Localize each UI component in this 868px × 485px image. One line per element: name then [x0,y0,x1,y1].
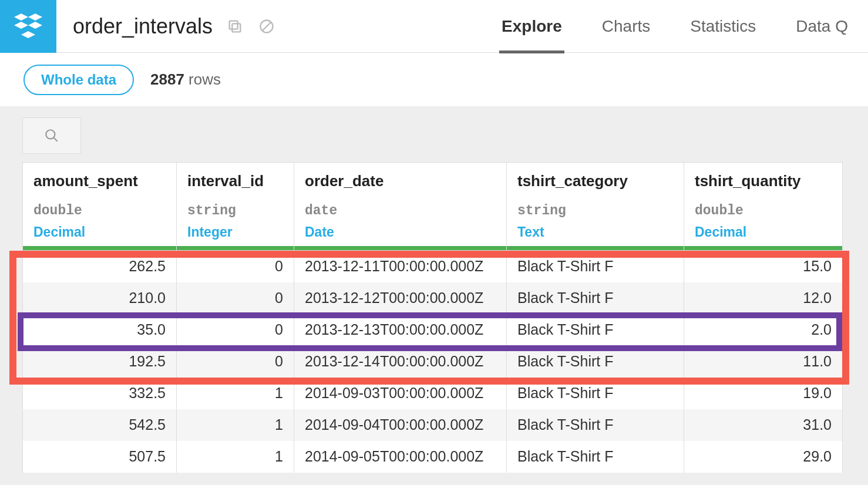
col-name: interval_id [187,172,283,190]
cell[interactable]: 507.5 [23,441,177,473]
svg-line-10 [53,137,58,142]
svg-rect-6 [230,21,238,29]
col-header-interval-id[interactable]: interval_id string Integer [177,163,294,251]
cell[interactable]: Black T-Shirt F [507,378,684,409]
tab-charts[interactable]: Charts [582,0,670,53]
svg-line-8 [263,22,271,31]
table-row[interactable]: 35.002013-12-13T00:00:00.000ZBlack T-Shi… [23,314,843,346]
svg-point-9 [46,130,55,139]
tab-data-quality[interactable]: Data Q [776,0,868,53]
validity-bar [294,246,506,250]
cube-icon [14,14,42,39]
cell[interactable]: 192.5 [23,346,177,378]
col-semantic[interactable]: Decimal [33,224,166,240]
cell[interactable]: 2013-12-14T00:00:00.000Z [294,346,507,378]
cell[interactable]: 210.0 [23,282,177,314]
cell[interactable]: Black T-Shirt F [507,409,684,441]
col-header-amount-spent[interactable]: amount_spent double Decimal [23,163,177,251]
cell[interactable]: 0 [177,282,294,314]
title-block: order_intervals [56,14,482,39]
cell[interactable]: 2014-09-04T00:00:00.000Z [294,409,507,441]
cell[interactable]: Black T-Shirt F [507,282,684,314]
col-header-tshirt-category[interactable]: tshirt_category string Text [507,163,684,251]
col-type: date [305,203,496,218]
cell[interactable]: 542.5 [23,409,177,441]
col-name: tshirt_quantity [695,172,832,190]
col-name: amount_spent [33,172,166,190]
cell[interactable]: 15.0 [684,251,843,282]
validity-bar [23,246,176,250]
table-row[interactable]: 332.512014-09-03T00:00:00.000ZBlack T-Sh… [23,378,843,409]
col-type: double [33,203,166,218]
col-type: string [517,203,673,218]
data-table: amount_spent double Decimal interval_id … [22,162,843,473]
cell[interactable]: 1 [177,378,294,409]
cell[interactable]: Black T-Shirt F [507,314,684,346]
col-semantic[interactable]: Text [517,224,673,240]
validity-bar [507,246,684,250]
cell[interactable]: Black T-Shirt F [507,346,684,378]
dataset-title: order_intervals [73,14,213,39]
cell[interactable]: 1 [177,409,294,441]
cell[interactable]: 0 [177,314,294,346]
svg-rect-5 [232,23,240,32]
app-logo[interactable] [0,0,56,53]
copy-icon[interactable] [227,18,243,35]
table-row[interactable]: 542.512014-09-04T00:00:00.000ZBlack T-Sh… [23,409,843,441]
col-type: string [187,203,283,218]
column-search-button[interactable] [22,117,81,154]
col-semantic[interactable]: Date [305,224,496,240]
table-body: 262.502013-12-11T00:00:00.000ZBlack T-Sh… [23,251,843,473]
svg-marker-4 [21,31,35,38]
validity-bar [177,246,294,250]
cell[interactable]: Black T-Shirt F [507,441,684,473]
refresh-disabled-icon[interactable] [258,18,275,35]
cell[interactable]: 0 [177,346,294,378]
cell[interactable]: 2014-09-05T00:00:00.000Z [294,441,507,473]
tab-explore[interactable]: Explore [482,0,582,53]
cell[interactable]: 11.0 [684,346,843,378]
search-icon [44,128,59,143]
cell[interactable]: 0 [177,251,294,282]
svg-marker-2 [14,22,28,29]
tab-statistics[interactable]: Statistics [670,0,776,53]
cell[interactable]: 2013-12-12T00:00:00.000Z [294,282,507,314]
topbar: order_intervals Explore Charts Statistic… [0,0,868,53]
col-semantic[interactable]: Decimal [695,224,832,240]
cell[interactable]: 19.0 [684,378,843,409]
cell[interactable]: 2013-12-11T00:00:00.000Z [294,251,507,282]
cell[interactable]: 31.0 [684,409,843,441]
table-row[interactable]: 192.502013-12-14T00:00:00.000ZBlack T-Sh… [23,346,843,378]
table-row[interactable]: 507.512014-09-05T00:00:00.000ZBlack T-Sh… [23,441,843,473]
col-type: double [695,203,832,218]
col-header-tshirt-quantity[interactable]: tshirt_quantity double Decimal [684,163,843,251]
svg-marker-0 [14,14,28,21]
col-name: order_date [305,172,496,190]
col-header-order-date[interactable]: order_date date Date [294,163,507,251]
row-count: 2887 rows [150,70,221,89]
cell[interactable]: 29.0 [684,441,843,473]
cell[interactable]: 35.0 [23,314,177,346]
table-area: amount_spent double Decimal interval_id … [0,107,868,485]
col-name: tshirt_category [517,172,673,190]
sample-pill[interactable]: Whole data [23,65,134,95]
row-count-suffix: rows [189,70,221,88]
cell[interactable]: 1 [177,441,294,473]
validity-bar [684,246,842,250]
header-row: amount_spent double Decimal interval_id … [23,163,843,251]
svg-marker-3 [28,22,42,29]
cell[interactable]: Black T-Shirt F [507,251,684,282]
cell[interactable]: 2014-09-03T00:00:00.000Z [294,378,507,409]
row-count-number: 2887 [150,70,184,88]
cell[interactable]: 2.0 [684,314,843,346]
filter-row: Whole data 2887 rows [0,53,868,107]
table-row[interactable]: 210.002013-12-12T00:00:00.000ZBlack T-Sh… [23,282,843,314]
col-semantic[interactable]: Integer [187,224,283,240]
table-row[interactable]: 262.502013-12-11T00:00:00.000ZBlack T-Sh… [23,251,843,282]
cell[interactable]: 332.5 [23,378,177,409]
cell[interactable]: 12.0 [684,282,843,314]
view-tabs: Explore Charts Statistics Data Q [482,0,868,53]
svg-marker-1 [28,14,42,21]
cell[interactable]: 2013-12-13T00:00:00.000Z [294,314,507,346]
cell[interactable]: 262.5 [23,251,177,282]
